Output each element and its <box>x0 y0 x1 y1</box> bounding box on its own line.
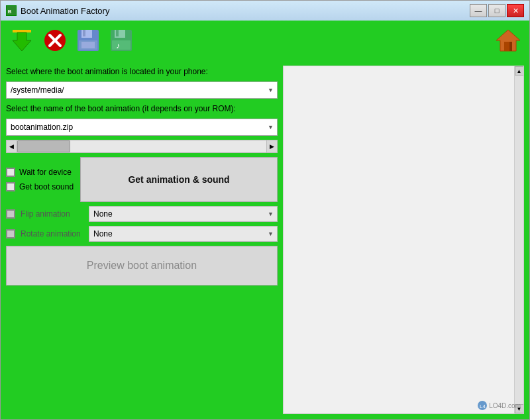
flip-select-wrapper: None Horizontal Vertical <box>89 206 278 222</box>
svg-text:♪: ♪ <box>116 41 120 50</box>
get-animation-button[interactable]: Get animation & sound <box>80 157 278 202</box>
flip-animation-row: Flip animation None Horizontal Vertical <box>6 206 278 222</box>
download-button[interactable] <box>7 26 36 55</box>
wait-for-device-checkbox[interactable] <box>6 168 15 177</box>
left-panel: Select where the boot animation is locat… <box>6 66 278 414</box>
location-label: Select where the boot animation is locat… <box>6 66 278 78</box>
stop-button[interactable] <box>40 26 70 55</box>
progress-bar: ◀ ▶ <box>6 140 278 153</box>
close-button[interactable]: ✕ <box>507 4 524 17</box>
rotate-select-wrapper: None 90° 180° 270° <box>89 226 278 242</box>
rotate-animation-select[interactable]: None 90° 180° 270° <box>89 226 278 242</box>
title-bar-controls: — □ ✕ <box>470 4 524 17</box>
checkboxes-col: Wait for device Get boot sound <box>6 168 74 191</box>
name-select-wrapper: bootanimation.zip bootanimation2.zip <box>6 119 278 136</box>
stop-icon <box>43 28 67 52</box>
preview-button[interactable]: Preview boot animation <box>6 246 278 286</box>
flip-rotate-section: Flip animation None Horizontal Vertical … <box>6 206 278 242</box>
scroll-up-arrow[interactable]: ▲ <box>515 66 524 76</box>
flip-animation-label: Flip animation <box>21 209 83 219</box>
title-bar-left: B Boot Animation Factory <box>6 5 109 16</box>
minimize-button[interactable]: — <box>470 4 487 17</box>
rotate-animation-checkbox[interactable] <box>6 229 15 238</box>
get-boot-sound-row: Get boot sound <box>6 182 74 191</box>
svg-rect-19 <box>509 42 512 51</box>
app-icon: B <box>6 5 17 16</box>
name-label: Select the name of the boot animation (i… <box>6 103 278 115</box>
location-select[interactable]: /system/media/ /system/ /data/local/ <box>6 81 278 99</box>
save-icon <box>76 28 100 52</box>
save-button[interactable] <box>74 26 103 55</box>
wait-for-device-row: Wait for device <box>6 168 74 177</box>
name-select[interactable]: bootanimation.zip bootanimation2.zip <box>6 119 278 136</box>
download-icon <box>10 28 34 52</box>
watermark: L4 LO4D.com <box>477 400 521 411</box>
location-select-wrapper: /system/media/ /system/ /data/local/ <box>6 81 278 99</box>
rotate-animation-label: Rotate animation <box>21 229 83 238</box>
svg-rect-14 <box>116 30 119 36</box>
watermark-text: LO4D.com <box>489 402 521 409</box>
content-area: Select where the boot animation is locat… <box>1 60 529 419</box>
svg-marker-3 <box>13 32 31 51</box>
svg-text:L4: L4 <box>480 403 486 409</box>
svg-rect-11 <box>81 42 95 48</box>
svg-rect-9 <box>83 30 85 36</box>
wait-for-device-label: Wait for device <box>19 168 72 177</box>
get-boot-sound-checkbox[interactable] <box>6 182 15 191</box>
checkboxes-and-button-row: Wait for device Get boot sound Get anima… <box>6 157 278 202</box>
window-title: Boot Animation Factory <box>21 6 109 16</box>
music-save-button[interactable]: ♪ <box>107 26 136 55</box>
watermark-icon: L4 <box>477 400 488 411</box>
toolbar: ♪ <box>1 21 529 60</box>
svg-text:B: B <box>8 9 12 15</box>
svg-rect-2 <box>13 30 31 32</box>
flip-animation-checkbox[interactable] <box>6 209 15 219</box>
maximize-button[interactable]: □ <box>488 4 505 17</box>
progress-thumb <box>17 140 70 152</box>
home-button[interactable] <box>494 26 523 55</box>
rotate-animation-row: Rotate animation None 90° 180° 270° <box>6 226 278 242</box>
svg-rect-15 <box>112 40 131 50</box>
flip-animation-select[interactable]: None Horizontal Vertical <box>89 206 278 222</box>
progress-nav-right[interactable]: ▶ <box>266 140 277 153</box>
scroll-track <box>515 76 524 404</box>
title-bar: B Boot Animation Factory — □ ✕ <box>1 1 529 21</box>
main-window: B Boot Animation Factory — □ ✕ <box>0 0 530 420</box>
progress-nav-left[interactable]: ◀ <box>7 140 17 153</box>
right-panel-scrollbar: ▲ ▼ <box>514 66 523 413</box>
get-boot-sound-label: Get boot sound <box>19 182 74 191</box>
right-panel: ▲ ▼ L4 LO4D.com <box>283 66 524 414</box>
music-save-icon: ♪ <box>109 28 133 52</box>
progress-inner <box>17 140 266 152</box>
home-icon <box>495 27 521 54</box>
